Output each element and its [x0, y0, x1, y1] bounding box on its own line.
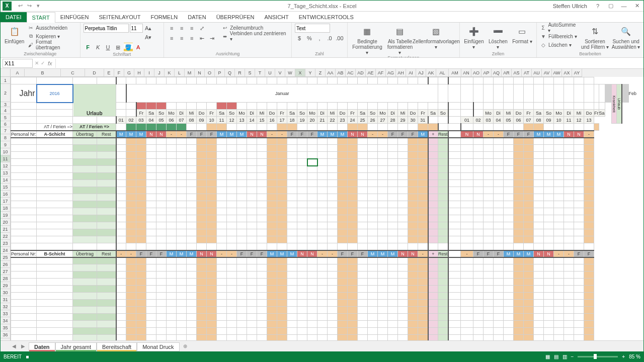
cell[interactable] — [448, 180, 461, 187]
cell[interactable] — [247, 293, 257, 300]
cell[interactable]: Di — [494, 110, 504, 117]
cell[interactable]: - — [368, 131, 378, 138]
cell[interactable] — [574, 138, 584, 145]
cell[interactable] — [116, 236, 126, 243]
cell[interactable] — [156, 152, 167, 159]
cell[interactable] — [156, 229, 167, 236]
cell[interactable] — [257, 272, 267, 279]
cell[interactable] — [116, 293, 126, 300]
percent-button[interactable]: % — [305, 34, 314, 43]
cell[interactable] — [177, 103, 187, 110]
cell[interactable] — [544, 272, 554, 279]
cell[interactable] — [267, 328, 277, 335]
col-header-B[interactable]: B — [25, 69, 61, 77]
select-all-corner[interactable] — [1, 69, 11, 77]
cell[interactable] — [338, 279, 348, 286]
cell[interactable] — [136, 173, 146, 180]
cell[interactable] — [358, 173, 368, 180]
cell[interactable] — [11, 180, 37, 187]
cell[interactable] — [524, 335, 534, 341]
cell[interactable]: 23 — [338, 117, 348, 124]
row-header-19[interactable]: 19 — [1, 212, 11, 219]
cell[interactable] — [177, 272, 187, 279]
cell[interactable] — [461, 110, 473, 117]
cell[interactable] — [504, 321, 514, 328]
cell[interactable] — [388, 194, 398, 201]
cell[interactable] — [484, 314, 494, 321]
cell[interactable] — [328, 286, 338, 293]
cell[interactable] — [217, 159, 227, 166]
cell[interactable] — [37, 314, 73, 321]
cell[interactable] — [247, 314, 257, 321]
zoom-slider[interactable] — [578, 356, 618, 357]
cell[interactable] — [167, 286, 177, 293]
cell[interactable] — [348, 314, 358, 321]
cell[interactable] — [524, 84, 534, 103]
cell[interactable] — [398, 103, 408, 110]
cell[interactable] — [554, 215, 564, 222]
cell[interactable] — [146, 201, 156, 208]
cell[interactable] — [368, 307, 378, 314]
cell[interactable] — [484, 257, 494, 264]
comma-button[interactable]: , — [315, 34, 324, 43]
cell[interactable] — [136, 166, 146, 173]
cell[interactable] — [227, 272, 237, 279]
cell[interactable] — [126, 124, 136, 131]
cell[interactable] — [484, 77, 494, 84]
cell[interactable] — [564, 300, 574, 307]
cell[interactable] — [177, 201, 187, 208]
cell[interactable] — [584, 77, 594, 84]
cell[interactable] — [227, 279, 237, 286]
cell[interactable] — [338, 243, 348, 250]
cell[interactable] — [338, 194, 348, 201]
cell[interactable] — [247, 264, 257, 272]
cell[interactable] — [348, 77, 358, 84]
cell[interactable] — [448, 77, 461, 84]
cancel-formula-icon[interactable]: ✕ — [35, 60, 39, 66]
cell[interactable] — [257, 138, 267, 145]
cell[interactable] — [418, 138, 428, 145]
cell[interactable] — [146, 166, 156, 173]
cell[interactable] — [167, 201, 177, 208]
cell[interactable] — [564, 145, 574, 152]
cell[interactable] — [97, 145, 116, 152]
cell[interactable]: F — [408, 131, 418, 138]
cell[interactable] — [317, 103, 328, 110]
cell[interactable] — [428, 159, 438, 166]
cell[interactable] — [484, 300, 494, 307]
cell[interactable] — [297, 166, 307, 173]
cell[interactable] — [534, 124, 544, 131]
cell[interactable] — [473, 152, 484, 159]
cell[interactable] — [534, 321, 544, 328]
cell[interactable] — [317, 300, 328, 307]
cell[interactable] — [473, 293, 484, 300]
cell[interactable] — [408, 180, 418, 187]
row-header-1[interactable]: 1 — [1, 77, 11, 84]
cell[interactable] — [358, 272, 368, 279]
row-header-18[interactable]: 18 — [1, 205, 11, 212]
cell[interactable] — [418, 103, 428, 110]
cell[interactable]: F — [136, 250, 146, 257]
cell[interactable] — [277, 222, 287, 229]
cell[interactable] — [317, 180, 328, 187]
cell[interactable] — [247, 272, 257, 279]
cell[interactable] — [207, 208, 217, 215]
sort-filter-button[interactable]: ⇅Sortieren und Filtern ▾ — [581, 24, 610, 50]
cell[interactable] — [167, 77, 177, 84]
cell[interactable] — [534, 159, 544, 166]
cell[interactable] — [156, 173, 167, 180]
cell[interactable] — [37, 264, 73, 272]
cell[interactable] — [187, 208, 197, 215]
cell[interactable]: M — [328, 131, 338, 138]
cell[interactable]: Do — [197, 110, 207, 117]
cell[interactable] — [398, 166, 408, 173]
cell[interactable] — [156, 208, 167, 215]
cell[interactable] — [461, 243, 473, 250]
tab-developer[interactable]: ENTWICKLERTOOLS — [294, 12, 359, 22]
cell[interactable] — [156, 166, 167, 173]
cell[interactable] — [428, 236, 438, 243]
cell[interactable] — [297, 152, 307, 159]
cell[interactable] — [473, 187, 484, 194]
cell[interactable] — [408, 124, 418, 131]
cell[interactable] — [146, 208, 156, 215]
